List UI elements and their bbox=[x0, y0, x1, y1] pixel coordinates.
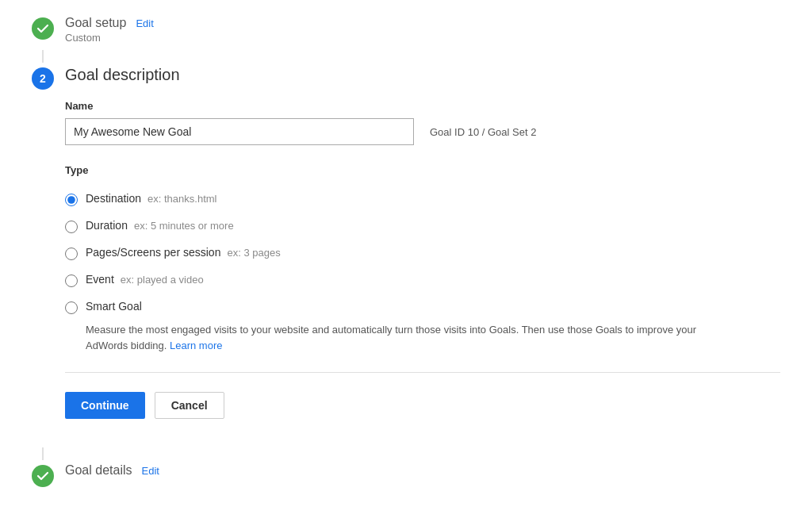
step3-content: Goal details Edit bbox=[65, 463, 780, 478]
step2-title: Goal description bbox=[65, 66, 780, 84]
step2-content: Goal description Name Goal ID 10 / Goal … bbox=[65, 66, 780, 441]
step2-form: Name Goal ID 10 / Goal Set 2 Type Destin… bbox=[65, 100, 780, 419]
cancel-button[interactable]: Cancel bbox=[155, 392, 224, 419]
radio-destination-label-wrap: Destination ex: thanks.html bbox=[86, 192, 216, 205]
goal-name-input[interactable] bbox=[65, 118, 414, 145]
radio-smart-label: Smart Goal bbox=[86, 300, 142, 313]
radio-option-smart[interactable]: Smart Goal bbox=[65, 294, 780, 320]
step3-header: Goal details Edit bbox=[65, 463, 780, 478]
radio-pages-example: ex: 3 pages bbox=[227, 247, 280, 259]
step-connector-1 bbox=[42, 50, 44, 63]
step2-icon: 2 bbox=[32, 67, 54, 90]
step1-header: Goal setup Edit bbox=[65, 16, 780, 30]
radio-pages-label-wrap: Pages/Screens per session ex: 3 pages bbox=[86, 246, 281, 259]
radio-smart[interactable] bbox=[65, 301, 78, 314]
radio-event[interactable] bbox=[65, 274, 78, 287]
section-divider bbox=[65, 372, 780, 373]
step1-row: Goal setup Edit Custom bbox=[32, 16, 780, 44]
radio-duration-label-wrap: Duration ex: 5 minutes or more bbox=[86, 219, 234, 232]
radio-duration-example: ex: 5 minutes or more bbox=[134, 220, 234, 232]
radio-option-duration[interactable]: Duration ex: 5 minutes or more bbox=[65, 213, 780, 240]
checkmark-icon-3 bbox=[36, 470, 49, 482]
button-row: Continue Cancel bbox=[65, 392, 780, 419]
radio-event-label: Event bbox=[86, 273, 114, 286]
step3-edit-link[interactable]: Edit bbox=[142, 465, 159, 477]
continue-button[interactable]: Continue bbox=[65, 392, 145, 419]
step1-title: Goal setup bbox=[65, 16, 126, 30]
step3-icon bbox=[32, 465, 54, 487]
radio-event-example: ex: played a video bbox=[121, 274, 204, 286]
step-connector-2 bbox=[42, 447, 44, 460]
step1-icon bbox=[32, 17, 54, 40]
checkmark-icon bbox=[36, 22, 49, 35]
step2-row: 2 Goal description Name Goal ID 10 / Goa… bbox=[32, 66, 780, 441]
radio-destination-example: ex: thanks.html bbox=[147, 193, 216, 205]
radio-smart-label-wrap: Smart Goal bbox=[86, 300, 142, 313]
smart-goal-description: Measure the most engaged visits to your … bbox=[86, 322, 736, 353]
radio-duration-label: Duration bbox=[86, 219, 128, 232]
type-radio-group: Destination ex: thanks.html Duration ex:… bbox=[65, 186, 780, 353]
step2-number: 2 bbox=[40, 72, 46, 85]
radio-option-destination[interactable]: Destination ex: thanks.html bbox=[65, 186, 780, 213]
radio-option-pages[interactable]: Pages/Screens per session ex: 3 pages bbox=[65, 240, 780, 267]
step1-content: Goal setup Edit Custom bbox=[65, 16, 780, 44]
name-row: Goal ID 10 / Goal Set 2 bbox=[65, 118, 780, 145]
radio-pages[interactable] bbox=[65, 248, 78, 260]
type-label: Type bbox=[65, 164, 780, 176]
step3-row: Goal details Edit bbox=[32, 463, 780, 487]
radio-destination[interactable] bbox=[65, 194, 78, 206]
goal-id-text: Goal ID 10 / Goal Set 2 bbox=[430, 126, 536, 138]
radio-destination-label: Destination bbox=[86, 192, 141, 205]
step1-edit-link[interactable]: Edit bbox=[136, 17, 153, 29]
radio-option-event[interactable]: Event ex: played a video bbox=[65, 267, 780, 294]
step1-subtitle: Custom bbox=[65, 32, 780, 44]
learn-more-link[interactable]: Learn more bbox=[170, 340, 222, 351]
radio-pages-label: Pages/Screens per session bbox=[86, 246, 220, 259]
step3-title: Goal details bbox=[65, 463, 132, 478]
name-label: Name bbox=[65, 100, 780, 112]
radio-event-label-wrap: Event ex: played a video bbox=[86, 273, 204, 286]
radio-duration[interactable] bbox=[65, 221, 78, 233]
